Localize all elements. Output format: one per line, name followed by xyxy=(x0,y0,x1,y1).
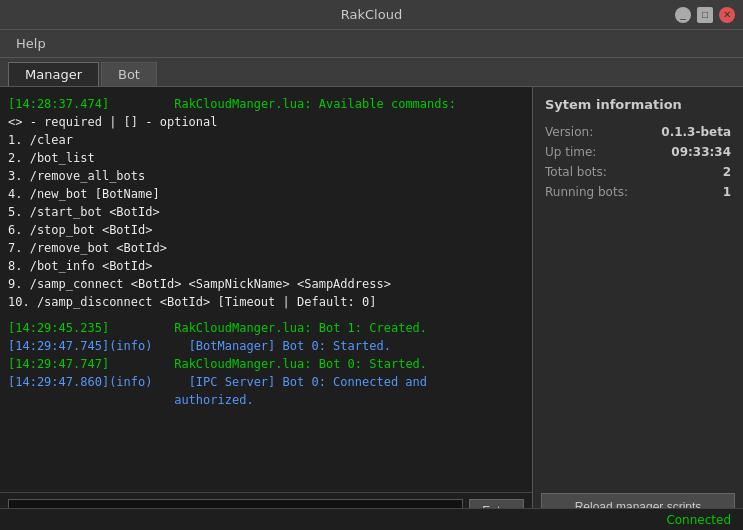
menu-item-help[interactable]: Help xyxy=(8,34,54,53)
system-info-table: Version: 0.1.3-beta Up time: 09:33:34 To… xyxy=(533,118,743,206)
terminal-panel: [14:28:37.474] RakCloudManger.lua: Avail… xyxy=(0,87,533,529)
system-info-title: Sytem information xyxy=(533,87,743,118)
connection-status: Connected xyxy=(666,513,731,527)
window-controls: _ □ ✕ xyxy=(675,7,735,23)
tab-bot[interactable]: Bot xyxy=(101,62,157,86)
info-row-running-bots: Running bots: 1 xyxy=(545,182,731,202)
log-line: authorized. xyxy=(8,391,524,409)
log-line: [14:29:47.860](info) [IPC Server] Bot 0:… xyxy=(8,373,524,391)
system-info-panel: Sytem information Version: 0.1.3-beta Up… xyxy=(533,87,743,529)
log-line: [14:29:45.235] RakCloudManger.lua: Bot 1… xyxy=(8,319,524,337)
log-line: 7. /remove_bot <BotId> xyxy=(8,239,524,257)
main-content: [14:28:37.474] RakCloudManger.lua: Avail… xyxy=(0,87,743,529)
minimize-button[interactable]: _ xyxy=(675,7,691,23)
info-row-version: Version: 0.1.3-beta xyxy=(545,122,731,142)
log-line: 4. /new_bot [BotName] xyxy=(8,185,524,203)
log-line: 9. /samp_connect <BotId> <SampNickName> … xyxy=(8,275,524,293)
menu-bar: Help xyxy=(0,30,743,58)
log-line: 2. /bot_list xyxy=(8,149,524,167)
info-row-uptime: Up time: 09:33:34 xyxy=(545,142,731,162)
maximize-button[interactable]: □ xyxy=(697,7,713,23)
log-line: [14:29:47.745](info) [BotManager] Bot 0:… xyxy=(8,337,524,355)
log-line: 3. /remove_all_bots xyxy=(8,167,524,185)
title-bar: RakCloud _ □ ✕ xyxy=(0,0,743,30)
log-line: 6. /stop_bot <BotId> xyxy=(8,221,524,239)
log-line: [14:28:37.474] RakCloudManger.lua: Avail… xyxy=(8,95,524,113)
close-button[interactable]: ✕ xyxy=(719,7,735,23)
log-line: 1. /clear xyxy=(8,131,524,149)
log-line: 5. /start_bot <BotId> xyxy=(8,203,524,221)
log-line: 8. /bot_info <BotId> xyxy=(8,257,524,275)
tab-bar: Manager Bot xyxy=(0,58,743,87)
status-bar: Connected xyxy=(0,508,743,530)
log-line: [14:29:47.747] RakCloudManger.lua: Bot 0… xyxy=(8,355,524,373)
info-row-total-bots: Total bots: 2 xyxy=(545,162,731,182)
log-line: <> - required | [] - optional xyxy=(8,113,524,131)
terminal-output: [14:28:37.474] RakCloudManger.lua: Avail… xyxy=(0,87,532,492)
tab-manager[interactable]: Manager xyxy=(8,62,99,86)
log-line: 10. /samp_disconnect <BotId> [Timeout | … xyxy=(8,293,524,311)
window-title: RakCloud xyxy=(68,7,675,22)
